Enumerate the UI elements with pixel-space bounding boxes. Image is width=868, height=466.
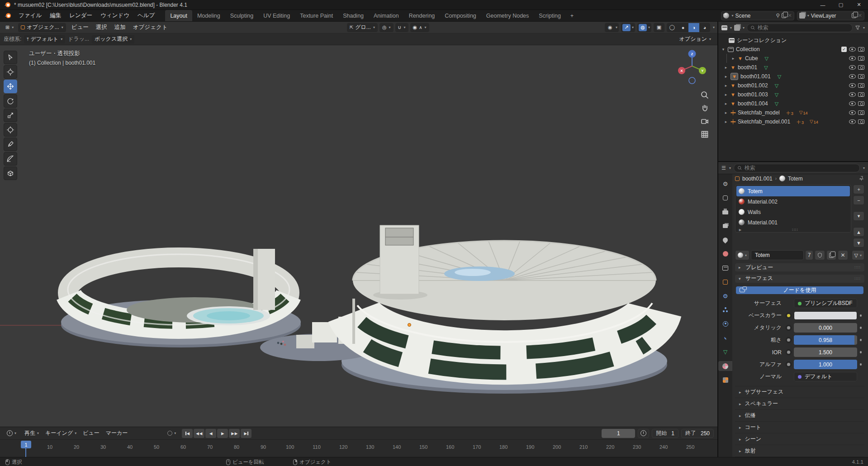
expand-arrow-icon[interactable]: ▸ [724,74,728,79]
tab-modifiers[interactable]: ⚙ [720,291,731,301]
transform-tool[interactable] [4,123,17,137]
surface-panel-header[interactable]: ▾サーフェス∷∷ [735,275,864,283]
decorator-dot[interactable] [857,314,864,317]
slot-specials-menu-button[interactable]: ▾ [853,211,864,221]
3d-viewport[interactable]: ユーザー・透視投影 (1) Collection | booth01.001 [0,45,717,427]
options-dropdown[interactable]: オプション▾ [677,35,714,44]
expand-arrow-icon[interactable]: ▸ [724,65,728,70]
link-material-dropdown[interactable]: ▽▾ [852,250,864,260]
value-slider[interactable]: 0.000 [794,323,857,333]
tab-material[interactable] [718,361,732,371]
hide-viewport-eye-icon[interactable] [849,65,856,70]
viewport-menu[interactable]: ビュー [68,24,92,31]
unlink-scene-icon[interactable]: ✕ [788,13,792,19]
expand-arrow-icon[interactable]: ▸ [724,83,728,88]
workspace-tab[interactable]: Rendering [404,10,440,21]
outliner-item-label[interactable]: booth01.004 [738,100,768,107]
expand-arrow-icon[interactable]: ▸ [724,92,728,97]
properties-search-input[interactable]: 検索 [734,164,860,172]
navigation-gizmo[interactable]: Z X Y [675,48,709,88]
material-name-field[interactable]: Totem [751,250,804,260]
expand-arrow-icon[interactable]: ▸ [724,101,728,106]
base-color-swatch[interactable] [794,311,857,320]
pan-hand-icon[interactable] [700,104,709,113]
tab-object-data[interactable]: ▽ [720,347,731,357]
expand-arrow-icon[interactable]: ▸ [724,119,728,124]
workspace-tab[interactable]: UV Editing [258,10,295,21]
disable-render-camera-icon[interactable] [858,92,864,97]
playhead-current-frame[interactable]: 1 [21,441,31,448]
enum-field[interactable]: デフォルト [794,372,857,381]
outliner-row[interactable]: ▸ ▼ booth01.004 ▽ ▽ ✓ [718,99,868,108]
outliner-item-label[interactable]: シーンコレクション [737,37,787,44]
blender-menu-icon[interactable] [4,13,11,19]
xray-toggle[interactable]: ▣ [654,23,664,32]
hide-viewport-eye-icon[interactable] [849,83,856,88]
play-button[interactable]: ▶ [217,429,228,438]
frame-end-field[interactable]: 終了250 [681,429,714,438]
resize-grip[interactable]: ∷∷ [792,228,798,232]
collapsed-panel-header[interactable]: ▸放射 [735,445,864,456]
add-cube-tool[interactable] [4,166,17,180]
material-slot[interactable]: Material.001 [736,217,850,228]
outliner-item-label[interactable]: Cube [745,55,758,62]
outliner-row[interactable]: ▸ ▼ Sketchfab_model ▽ 3 ▽14 ✓ [718,108,868,117]
tab-texture[interactable] [720,375,731,385]
next-keyframe-button[interactable]: ▶▶ [229,429,240,438]
scale-tool[interactable] [4,109,17,122]
orthographic-grid-icon[interactable] [700,130,709,139]
decorator-dot[interactable] [857,363,864,366]
outliner-item-label[interactable]: booth01.002 [738,82,768,89]
collapsed-panel-header[interactable]: ▸シーン [735,433,864,445]
viewport-menu[interactable]: 追加 [111,24,129,31]
disable-render-camera-icon[interactable] [858,56,864,61]
timeline-ruler[interactable]: 1020304050607080901001101201301401501601… [0,440,717,457]
gizmos-toggle[interactable]: ↗▾ [621,23,635,32]
workspace-tab[interactable]: Compositing [440,10,481,21]
maximize-button[interactable]: ▢ [832,0,850,10]
pin-icon[interactable] [859,176,864,181]
workspace-tab[interactable]: Sculpting [225,10,258,21]
material-preview-shading-icon[interactable]: ◑ [688,23,699,32]
disable-render-camera-icon[interactable] [858,119,864,124]
users-count-button[interactable]: 7 [805,250,814,260]
decorator-dot[interactable] [857,327,864,329]
transform-orientation-dropdown[interactable]: ⇱グロ...▾ [347,23,378,32]
select-mode-dropdown[interactable]: ボックス選択▾ [92,35,134,44]
disable-render-camera-icon[interactable] [858,101,864,106]
topbar-menu[interactable]: ファイル [14,10,46,21]
gizmo-minus-z-axis[interactable] [689,77,695,84]
tab-render[interactable] [720,193,731,203]
new-material-copy-button[interactable] [826,250,836,260]
outliner-row[interactable]: ▸ ▼ booth01.001 ▽ ▽ ✓ [718,72,868,81]
material-slot[interactable]: Walls [736,207,850,217]
close-button[interactable]: ✕ [850,0,868,10]
outliner-item-label[interactable]: booth01 [738,64,757,71]
minimize-button[interactable]: — [814,0,832,10]
expand-arrow-icon[interactable]: ▸ [731,56,735,61]
tab-physics[interactable] [720,319,731,329]
current-frame-field[interactable]: 1 [602,429,635,438]
wireframe-shading-icon[interactable]: ◯ [667,23,678,32]
measure-tool[interactable] [4,152,17,166]
cursor-tool[interactable] [4,65,17,79]
timeline-menu[interactable]: ビュー▾ [80,429,103,437]
jump-to-start-button[interactable]: ◀ [182,429,193,438]
material-slot[interactable]: Totem [736,186,850,196]
disable-render-camera-icon[interactable] [858,110,864,115]
overlays-toggle[interactable]: ◍▾ [637,23,651,32]
material-slot[interactable]: Material.002 [736,196,850,207]
outliner-item-label[interactable]: Sketchfab_model.001 [738,119,790,125]
topbar-menu[interactable]: ウィンドウ [96,10,133,21]
outliner-display-mode-icon[interactable] [734,25,740,31]
tab-output[interactable] [720,207,731,217]
disable-render-camera-icon[interactable] [858,74,864,79]
viewport-menu[interactable]: オブジェクト [129,24,171,31]
rendered-shading-icon[interactable]: ◕ [699,23,710,32]
hide-viewport-eye-icon[interactable] [849,74,856,79]
outliner-row[interactable]: ▸ ▼ booth01 ▽ ▽ ✓ [718,63,868,72]
use-preview-range-button[interactable] [638,429,649,438]
tab-collection[interactable] [720,263,731,273]
topbar-menu[interactable]: レンダー [65,10,96,21]
outliner-item-label[interactable]: booth01.001 [740,73,771,80]
